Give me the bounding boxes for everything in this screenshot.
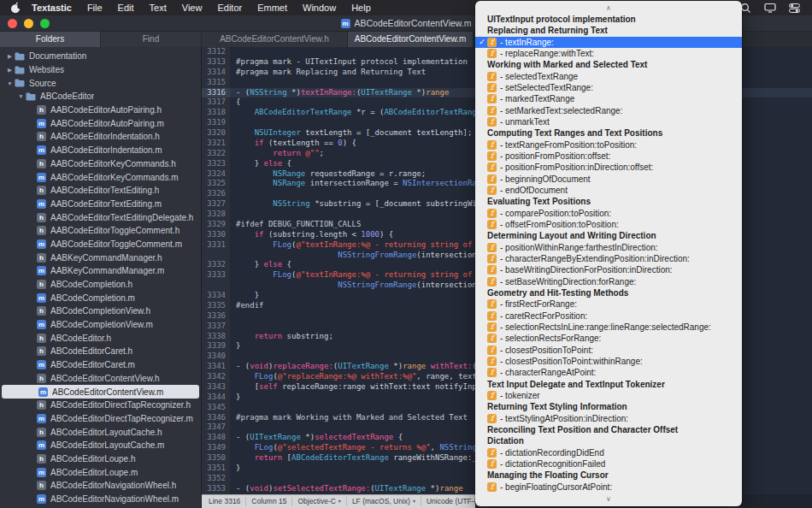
- file-item-abcodecompletion-m[interactable]: mABCodeCompletion.m: [0, 291, 201, 304]
- symbol-method-offsetfromposition-toposition[interactable]: f- offsetFromPosition:toPosition:: [475, 219, 742, 230]
- method-icon: f: [487, 322, 497, 332]
- symbol-method-selectionrectsinline-range-linerange-selectedrange[interactable]: f- selectionRectsInLine:range:lineRange:…: [475, 322, 742, 333]
- file-item-abcodeeditorcaret-h[interactable]: hABCodeEditorCaret.h: [0, 345, 201, 358]
- menu-textastic[interactable]: Textastic: [24, 0, 79, 15]
- menu-help[interactable]: Help: [344, 0, 379, 15]
- line-ending-selector[interactable]: LF (macOS, Unix)▾: [347, 497, 421, 506]
- disclosure-expanded-icon[interactable]: ▼: [16, 93, 26, 99]
- symbol-method-firstrectforrange[interactable]: f- firstRectForRange:: [475, 298, 742, 310]
- symbol-method-compareposition-toposition[interactable]: f- comparePosition:toPosition:: [475, 208, 742, 219]
- display-icon[interactable]: [764, 3, 776, 13]
- file-item-aabcodeeditortexteditingdelegate-h[interactable]: hAABCodeEditorTextEditingDelegate.h: [0, 210, 201, 224]
- close-button[interactable]: [8, 19, 17, 28]
- symbol-method-positionfromposition-indirection-offset[interactable]: f- positionFromPosition:inDirection:offs…: [475, 162, 742, 173]
- line-number: 3317: [202, 97, 230, 108]
- method-icon: f: [487, 83, 497, 92]
- file-label: ABCodeEditorLayoutCache.h: [50, 428, 162, 437]
- symbol-method-replacerange-withtext[interactable]: f- replaceRange:withText:: [475, 48, 742, 59]
- file-item-aabkeycommandmanager-h[interactable]: hAABKeyCommandManager.h: [0, 251, 201, 264]
- file-item-abcodeeditorlayoutcache-h[interactable]: hABCodeEditorLayoutCache.h: [0, 425, 201, 439]
- symbol-method-characterrangeatpoint[interactable]: f- characterRangeAtPoint:: [475, 367, 742, 378]
- symbol-method-selectionrectsforrange[interactable]: f- selectionRectsForRange:: [475, 333, 742, 344]
- disclosure-collapsed-icon[interactable]: ▶: [5, 53, 15, 60]
- file-item-abcodecompletionview-m[interactable]: mABCodeCompletionView.m: [0, 318, 201, 332]
- disclosure-collapsed-icon[interactable]: ▶: [5, 67, 15, 74]
- symbol-method-endofdocument[interactable]: f- endOfDocument: [475, 185, 742, 196]
- file-item-abcodeeditorcontentview-m[interactable]: mABCodeEditorContentView.m: [2, 385, 199, 399]
- disclosure-expanded-icon[interactable]: ▼: [5, 80, 15, 86]
- menu-editor[interactable]: Editor: [209, 0, 250, 15]
- file-item-abcodeeditorloupe-h[interactable]: hABCodeEditorLoupe.h: [0, 452, 201, 466]
- symbol-method-setbasewritingdirection-forrange[interactable]: f- setBaseWritingDirection:forRange:: [475, 276, 742, 287]
- file-item-abcodeeditordirecttaprecognizer-m[interactable]: mABCodeEditorDirectTapRecognizer.m: [0, 412, 201, 426]
- symbol-method-setmarkedtext-selectedrange[interactable]: f- setMarkedText:selectedRange:: [475, 105, 742, 116]
- file-item-abcodecompletionview-h[interactable]: hABCodeCompletionView.h: [0, 304, 201, 318]
- folder-item-abcodeeditor[interactable]: ▼ABCodeEditor: [0, 90, 201, 103]
- file-item-abcodeeditordirecttaprecognizer-h[interactable]: hABCodeEditorDirectTapRecognizer.h: [0, 399, 201, 412]
- tab-folders[interactable]: Folders: [0, 32, 101, 47]
- menu-text[interactable]: Text: [142, 0, 174, 15]
- syntax-mode-selector[interactable]: Objective-C▾: [292, 497, 346, 506]
- symbol-method-selectedtextrange[interactable]: f- selectedTextRange: [475, 71, 742, 82]
- minimize-button[interactable]: [24, 19, 33, 28]
- file-item-aabcodeeditorkeycommands-m[interactable]: mAABCodeEditorKeyCommands.m: [0, 170, 201, 184]
- line-number: [202, 251, 230, 261]
- menu-file[interactable]: File: [79, 0, 110, 15]
- file-item-abcodeeditornavigationwheel-m[interactable]: mABCodeEditorNavigationWheel.m: [0, 493, 201, 506]
- apple-menu-icon[interactable]: [10, 2, 21, 14]
- method-icon: f: [487, 299, 497, 309]
- file-item-abcodecompletion-h[interactable]: hABCodeCompletion.h: [0, 278, 201, 292]
- symbol-method-dictationrecognitionfailed[interactable]: f- dictationRecognitionFailed: [475, 458, 742, 470]
- symbol-method-unmarktext[interactable]: f- unmarkText: [475, 116, 742, 127]
- symbol-method-closestpositiontopoint-withinrange[interactable]: f- closestPositionToPoint:withinRange:: [475, 356, 742, 367]
- control-center-icon[interactable]: [789, 3, 800, 14]
- symbol-section-evaluating-text-positions: Evaluating Text Positions: [475, 196, 742, 207]
- zoom-button[interactable]: [40, 19, 50, 28]
- editor-tab-implementation-file[interactable]: ABCodeEditorContentView.m: [348, 32, 474, 47]
- symbol-method-closestpositiontopoint[interactable]: f- closestPositionToPoint:: [475, 345, 742, 356]
- menu-window[interactable]: Window: [295, 0, 344, 15]
- file-item-abcodeeditor-h[interactable]: hABCodeEditor.h: [0, 331, 201, 345]
- file-item-aabkeycommandmanager-m[interactable]: mAABKeyCommandManager.m: [0, 264, 201, 278]
- file-item-abcodeeditorloupe-m[interactable]: mABCodeEditorLoupe.m: [0, 465, 201, 479]
- file-item-aabcodeeditorindentation-m[interactable]: mAABCodeEditorIndentation.m: [0, 144, 201, 157]
- symbol-method-markedtextrange[interactable]: f- markedTextRange: [475, 93, 742, 104]
- folder-item-documentation[interactable]: ▶Documentation: [0, 50, 201, 63]
- scroll-down-icon[interactable]: ∨: [475, 493, 742, 505]
- method-icon: f: [487, 106, 497, 115]
- folder-item-websites[interactable]: ▶Websites: [0, 63, 201, 77]
- symbol-method-textinrange[interactable]: ✓f- textInRange:: [475, 37, 742, 48]
- symbol-method-positionwithinrange-farthestindirection[interactable]: f- positionWithinRange:farthestInDirecti…: [475, 242, 742, 253]
- file-item-aabcodeeditorautopairing-m[interactable]: mAABCodeEditorAutoPairing.m: [0, 116, 201, 130]
- symbol-method-beginningofdocument[interactable]: f- beginningOfDocument: [475, 174, 742, 185]
- editor-tab-header-file[interactable]: ABCodeEditorContentView.h: [202, 32, 348, 47]
- scroll-up-icon[interactable]: ∧: [475, 3, 742, 14]
- symbol-method-characterrangebyextendingposition-indirection[interactable]: f- characterRangeByExtendingPosition:inD…: [475, 253, 742, 264]
- menu-emmet[interactable]: Emmet: [250, 0, 295, 15]
- file-item-aabcodeeditortogglecomment-m[interactable]: mAABCodeEditorToggleComment.m: [0, 238, 201, 251]
- file-item-aabcodeeditortogglecomment-h[interactable]: hAABCodeEditorToggleComment.h: [0, 224, 201, 238]
- file-item-abcodeeditornavigationwheel-h[interactable]: hABCodeEditorNavigationWheel.h: [0, 479, 201, 493]
- symbol-method-dictationrecordingdidend[interactable]: f- dictationRecordingDidEnd: [475, 446, 742, 458]
- file-item-aabcodeeditortextediting-h[interactable]: hAABCodeEditorTextEditing.h: [0, 184, 201, 198]
- tab-find[interactable]: Find: [101, 32, 202, 47]
- symbol-method-textrangefromposition-toposition[interactable]: f- textRangeFromPosition:toPosition:: [475, 139, 742, 151]
- file-item-abcodeeditorlayoutcache-m[interactable]: mABCodeEditorLayoutCache.m: [0, 439, 201, 452]
- file-item-aabcodeeditorindentation-h[interactable]: hAABCodeEditorIndentation.h: [0, 130, 201, 144]
- file-item-aabcodeeditortextediting-m[interactable]: mAABCodeEditorTextEditing.m: [0, 198, 201, 211]
- folder-item-source[interactable]: ▼Source: [0, 76, 201, 90]
- symbol-method-caretrectforposition[interactable]: f- caretRectForPosition:: [475, 310, 742, 322]
- symbol-method-textstylingatposition-indirection[interactable]: f- textStylingAtPosition:inDirection:: [475, 412, 742, 423]
- symbol-method-tokenizer[interactable]: f- tokenizer: [475, 390, 742, 401]
- symbol-method-basewritingdirectionforposition-indirection[interactable]: f- baseWritingDirectionForPosition:inDir…: [475, 264, 742, 275]
- menu-edit[interactable]: Edit: [110, 0, 142, 15]
- menu-view[interactable]: View: [174, 0, 210, 15]
- file-item-aabcodeeditorautopairing-h[interactable]: hAABCodeEditorAutoPairing.h: [0, 103, 201, 117]
- file-item-aabcodeeditorkeycommands-h[interactable]: hAABCodeEditorKeyCommands.h: [0, 157, 201, 171]
- file-item-abcodeeditorcaret-m[interactable]: mABCodeEditorCaret.m: [0, 358, 201, 372]
- line-number: 3313: [202, 57, 230, 68]
- file-item-abcodeeditorcontentview-h[interactable]: hABCodeEditorContentView.h: [0, 372, 201, 386]
- symbol-method-setselectedtextrange[interactable]: f- setSelectedTextRange:: [475, 82, 742, 93]
- symbol-method-beginfloatingcursoratpoint[interactable]: f- beginFloatingCursorAtPoint:: [475, 481, 742, 492]
- symbol-method-positionfromposition-offset[interactable]: f- positionFromPosition:offset:: [475, 151, 742, 162]
